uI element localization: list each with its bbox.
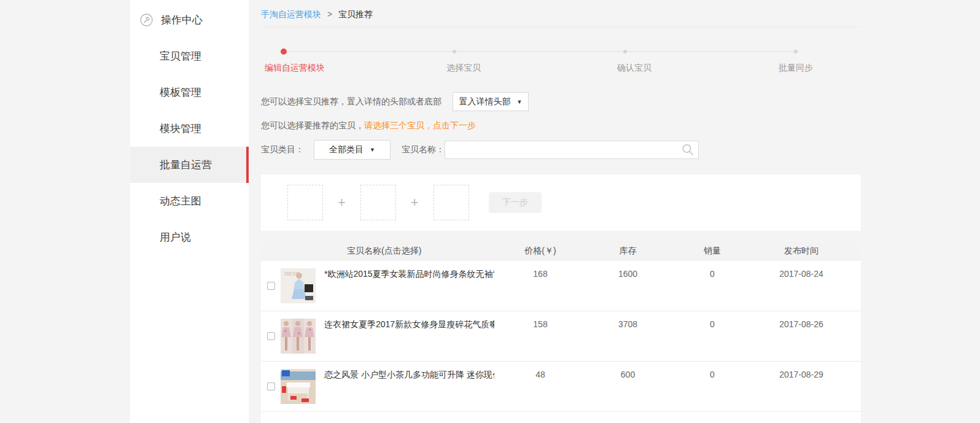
step-label-2: 选择宝贝	[446, 63, 481, 74]
product-date: 2017-08-26	[755, 311, 847, 361]
product-sales: 0	[669, 362, 755, 411]
wrench-circle-icon	[140, 14, 153, 26]
intro-line-2-prefix: 您可以选择要推荐的宝贝，	[261, 120, 364, 130]
chevron-down-icon: ▼	[370, 147, 375, 153]
header-price: 价格(￥)	[494, 241, 586, 261]
next-step-button[interactable]: 下一步	[489, 192, 542, 213]
item-name-input[interactable]	[445, 141, 699, 159]
sidebar-item-module-manage[interactable]: 模块管理	[130, 111, 249, 147]
intro-line-1: 您可以选择宝贝推荐，置入详情的头部或者底部 置入详情头部 ▼	[261, 92, 861, 112]
header-image-spacer	[281, 241, 324, 261]
step-dot-4	[794, 50, 798, 53]
item-name-label: 宝贝名称：	[402, 144, 445, 155]
sidebar-item-label: 用户说	[160, 230, 191, 244]
header-checkbox-spacer	[261, 241, 281, 261]
sidebar-item-label: 模块管理	[160, 122, 201, 136]
product-date: 2017-08-24	[755, 261, 847, 311]
plus-icon: +	[411, 195, 419, 211]
main-content: 手淘自运营模块 > 宝贝推荐 编辑自运营模块 选择宝贝 确认宝贝 批量同步 您可…	[261, 0, 861, 423]
header-stock: 库存	[586, 241, 669, 261]
product-sales: 0	[669, 261, 755, 311]
step-label-4: 批量同步	[779, 63, 813, 74]
product-stock: 3708	[586, 311, 669, 361]
item-slot-1[interactable]	[287, 185, 323, 220]
sidebar-item-label: 批量自运营	[160, 158, 212, 172]
chevron-down-icon: ▼	[517, 99, 523, 105]
table-next-row-partial	[261, 412, 861, 423]
stepper-track	[284, 51, 796, 52]
selection-panel: + + 下一步	[261, 174, 861, 231]
step-dot-1	[281, 49, 287, 55]
step-label-1: 编辑自运营模块	[265, 63, 325, 74]
header-publish-date: 发布时间	[755, 241, 847, 261]
sidebar-item-item-manage[interactable]: 宝贝管理	[130, 38, 249, 74]
product-thumbnail-floral-dress[interactable]	[281, 319, 316, 354]
sidebar-item-label: 宝贝管理	[160, 49, 201, 63]
item-name-search	[445, 141, 699, 159]
stepper: 编辑自运营模块 选择宝贝 确认宝贝 批量同步	[261, 27, 861, 83]
item-slot-3[interactable]	[434, 185, 469, 220]
category-select-value: 全部类目	[329, 144, 364, 155]
product-stock: 600	[586, 362, 669, 411]
intro-line-1-text: 您可以选择宝贝推荐，置入详情的头部或者底部	[261, 96, 441, 106]
sidebar-item-operation-center[interactable]: 操作中心	[130, 2, 249, 38]
product-title[interactable]: 连衣裙女夏季2017新款女修身显瘦碎花气质喇	[324, 311, 494, 361]
product-stock: 1600	[586, 261, 669, 311]
product-title[interactable]: 恋之风景 小户型小茶几多功能可升降 迷你现代	[324, 362, 494, 411]
category-select[interactable]: 全部类目 ▼	[314, 140, 391, 160]
product-thumbnail-blue-dress[interactable]: TREND	[281, 268, 316, 303]
category-label: 宝贝类目：	[261, 144, 304, 155]
breadcrumb-current: 宝贝推荐	[338, 9, 373, 19]
table-row[interactable]: 恋之风景 小户型小茶几多功能可升降 迷你现代 48 600 0 2017-08-…	[261, 362, 861, 412]
insert-position-value: 置入详情头部	[459, 96, 511, 107]
row-checkbox[interactable]	[267, 282, 275, 290]
product-sales: 0	[669, 311, 755, 361]
sidebar: 操作中心 宝贝管理 模板管理 模块管理 批量自运营 动态主图 用户说	[130, 0, 249, 423]
product-price: 168	[494, 261, 586, 311]
insert-position-select[interactable]: 置入详情头部 ▼	[453, 92, 529, 111]
item-slot-2[interactable]	[360, 185, 396, 220]
row-checkbox[interactable]	[267, 332, 275, 340]
header-item-name: 宝贝名称(点击选择)	[324, 241, 494, 261]
sidebar-item-user-say[interactable]: 用户说	[130, 219, 249, 255]
sidebar-item-label: 操作中心	[161, 13, 203, 27]
step-dot-3	[623, 50, 627, 53]
product-price: 158	[494, 311, 586, 361]
breadcrumb-separator: >	[327, 9, 332, 19]
step-label-3: 确认宝贝	[617, 63, 651, 74]
product-date: 2017-08-29	[755, 362, 847, 411]
sidebar-item-label: 模板管理	[160, 85, 201, 99]
sidebar-item-label: 动态主图	[160, 194, 201, 208]
search-icon[interactable]	[681, 143, 694, 159]
table-row[interactable]: 连衣裙女夏季2017新款女修身显瘦碎花气质喇 158 3708 0 2017-0…	[261, 311, 861, 362]
breadcrumb-link[interactable]: 手淘自运营模块	[261, 9, 321, 19]
row-checkbox[interactable]	[267, 382, 275, 390]
sidebar-item-dynamic-main-image[interactable]: 动态主图	[130, 183, 249, 219]
sidebar-item-template-manage[interactable]: 模板管理	[130, 74, 249, 111]
products-table: 宝贝名称(点击选择) 价格(￥) 库存 销量 发布时间 TREND *欧洲站2	[261, 241, 861, 423]
header-sales: 销量	[669, 241, 755, 261]
filter-bar: 宝贝类目： 全部类目 ▼ 宝贝名称：	[261, 140, 861, 160]
product-thumbnail-coffee-table[interactable]	[281, 369, 316, 404]
plus-icon: +	[338, 195, 346, 211]
intro-line-2-highlight: 请选择三个宝贝，点击下一步	[364, 120, 476, 130]
intro-line-2: 您可以选择要推荐的宝贝，请选择三个宝贝，点击下一步	[261, 119, 476, 131]
product-title[interactable]: *欧洲站2015夏季女装新品时尚修身条纹无袖背	[324, 261, 494, 311]
sidebar-item-batch-operation[interactable]: 批量自运营	[130, 147, 249, 183]
product-price: 48	[494, 362, 586, 411]
step-dot-2	[453, 50, 456, 53]
breadcrumb: 手淘自运营模块 > 宝贝推荐	[261, 0, 861, 27]
table-header-row: 宝贝名称(点击选择) 价格(￥) 库存 销量 发布时间	[261, 241, 861, 261]
table-row[interactable]: TREND *欧洲站2015夏季女装新品时尚修身条纹无袖背 168 1600 0…	[261, 261, 861, 311]
